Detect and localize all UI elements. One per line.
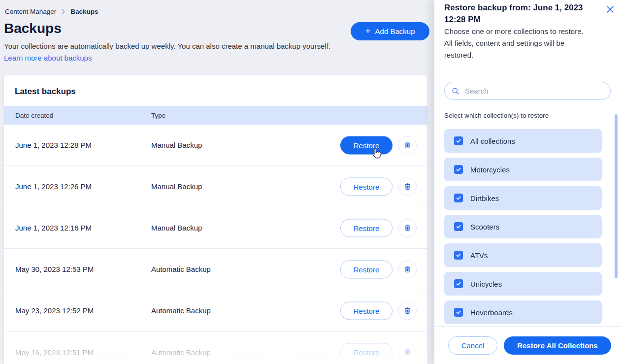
panel-footer: Cancel Restore All Collections — [434, 326, 621, 364]
collection-label: ATVs — [470, 251, 488, 260]
latest-backups-card: Latest backups Date created Type June 1,… — [4, 75, 427, 364]
checkbox-checked-icon[interactable] — [454, 222, 463, 231]
learn-more-link[interactable]: Learn more about backups — [4, 54, 92, 62]
collection-label: All collections — [470, 137, 515, 145]
collection-label: Unicycles — [470, 280, 502, 288]
chevron-right-icon — [61, 9, 65, 15]
collection-checkbox-item[interactable]: Unicycles — [444, 272, 602, 296]
backup-date: May 23, 2023 12:52 PM — [15, 306, 151, 315]
column-type: Type — [151, 112, 165, 119]
checkbox-checked-icon[interactable] — [454, 136, 463, 145]
restore-panel: Restore backup from: June 1, 2023 12:28 … — [434, 0, 621, 364]
delete-backup-button[interactable] — [398, 177, 417, 196]
page-title: Backups — [4, 21, 62, 36]
collection-label: Dirtbikes — [470, 194, 499, 202]
checkbox-checked-icon[interactable] — [454, 279, 463, 288]
add-backup-button[interactable]: + Add Backup — [351, 22, 429, 40]
trash-icon — [403, 140, 412, 150]
collection-checkbox-item[interactable]: Scooters — [444, 215, 602, 238]
backup-type: Automatic Backup — [151, 348, 211, 357]
collection-checkbox-item[interactable]: Dirtbikes — [444, 186, 602, 210]
backup-type: Manual Backup — [151, 182, 202, 191]
delete-backup-button[interactable] — [398, 219, 417, 237]
breadcrumb-content-manager[interactable]: Content Manager — [5, 8, 56, 15]
checkbox-checked-icon[interactable] — [454, 194, 463, 202]
search-icon — [452, 87, 459, 95]
column-date-created: Date created — [15, 112, 151, 119]
delete-backup-button[interactable] — [398, 301, 417, 320]
add-backup-label: Add Backup — [375, 27, 415, 35]
table-row: May 16, 2023 12:51 PM Automatic Backup R… — [4, 331, 427, 364]
checkbox-checked-icon[interactable] — [454, 251, 463, 260]
table-row: June 1, 2023 12:16 PM Manual Backup Rest… — [4, 207, 427, 249]
plus-icon: + — [365, 26, 371, 35]
restore-button[interactable]: Restore — [340, 136, 392, 154]
latest-backups-title: Latest backups — [4, 75, 427, 106]
backup-date: June 1, 2023 12:16 PM — [15, 224, 151, 232]
trash-icon — [403, 348, 412, 357]
backup-date: May 16, 2023 12:51 PM — [15, 348, 151, 357]
collection-checkbox-item[interactable]: Motorcycles — [444, 158, 602, 181]
checkbox-checked-icon[interactable] — [454, 165, 463, 174]
panel-scrollbar[interactable] — [615, 114, 618, 278]
restore-button[interactable]: Restore — [340, 343, 392, 362]
table-row: May 30, 2023 12:53 PM Automatic Backup R… — [4, 249, 427, 290]
hand-cursor-icon — [372, 147, 382, 161]
restore-all-button[interactable]: Restore All Collections — [504, 336, 611, 355]
backup-date: June 1, 2023 12:28 PM — [15, 141, 151, 149]
collection-checkbox-item[interactable]: ATVs — [444, 243, 602, 267]
collection-label: Hoverboards — [470, 308, 513, 317]
collection-label: Motorcycles — [470, 165, 510, 174]
restore-button[interactable]: Restore — [340, 177, 392, 196]
backup-type: Automatic Backup — [151, 265, 211, 273]
backup-type: Manual Backup — [151, 141, 202, 149]
table-row: May 23, 2023 12:52 PM Automatic Backup R… — [4, 290, 427, 331]
backup-type: Manual Backup — [151, 224, 202, 232]
panel-subtitle: Choose one or more collections to restor… — [444, 26, 588, 61]
table-row: June 1, 2023 12:28 PM Manual Backup Rest… — [4, 125, 427, 166]
checkbox-checked-icon[interactable] — [454, 308, 463, 317]
restore-button[interactable]: Restore — [340, 301, 392, 320]
collection-checkbox-item[interactable]: All collections — [444, 129, 602, 153]
collection-label: Scooters — [470, 223, 499, 231]
table-row: June 1, 2023 12:26 PM Manual Backup Rest… — [4, 166, 427, 207]
delete-backup-button[interactable] — [398, 343, 417, 362]
breadcrumb-backups: Backups — [70, 8, 98, 15]
restore-button[interactable]: Restore — [340, 260, 392, 278]
cancel-button[interactable]: Cancel — [448, 336, 497, 355]
page-description: Your collections are automatically backe… — [4, 40, 337, 64]
trash-icon — [403, 306, 412, 315]
select-collections-label: Select which collection(s) to restore — [444, 112, 549, 119]
trash-icon — [403, 265, 412, 274]
delete-backup-button[interactable] — [398, 136, 417, 154]
backup-date: June 1, 2023 12:26 PM — [15, 182, 151, 191]
collections-list: All collections Motorcycles Dirtbikes Sc… — [444, 129, 602, 324]
panel-title: Restore backup from: June 1, 2023 12:28 … — [444, 2, 603, 26]
table-header: Date created Type — [4, 106, 427, 125]
backup-type: Automatic Backup — [151, 306, 211, 315]
table-body: June 1, 2023 12:28 PM Manual Backup Rest… — [4, 125, 427, 364]
close-icon[interactable] — [606, 5, 615, 14]
backup-date: May 30, 2023 12:53 PM — [15, 265, 151, 273]
trash-icon — [403, 182, 412, 191]
trash-icon — [403, 223, 412, 232]
breadcrumb: Content Manager Backups — [5, 8, 98, 15]
description-text: Your collections are automatically backe… — [4, 42, 330, 50]
search-box — [444, 82, 611, 100]
collection-checkbox-item[interactable]: Hoverboards — [444, 300, 602, 324]
delete-backup-button[interactable] — [398, 260, 417, 278]
restore-button[interactable]: Restore — [340, 219, 392, 237]
search-input[interactable] — [464, 86, 603, 96]
